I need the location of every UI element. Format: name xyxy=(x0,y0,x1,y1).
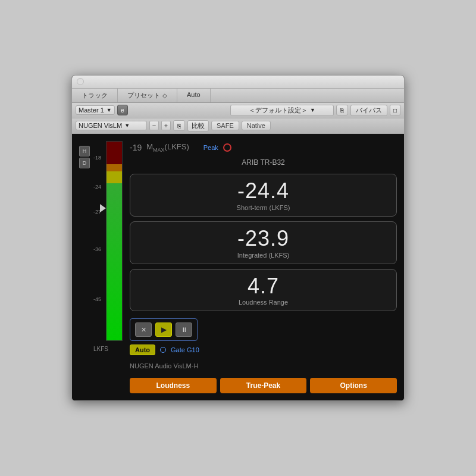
scale-minus45: -45 xyxy=(93,274,101,324)
short-term-value: -24.4 xyxy=(140,179,387,203)
scale-labels: -18 -24 -27 -36 -45 xyxy=(93,141,101,324)
master-select[interactable]: Master 1 ▼ xyxy=(76,105,115,115)
copy-icon[interactable]: ⎘ xyxy=(336,105,348,115)
loudness-tab[interactable]: Loudness xyxy=(130,378,217,393)
auto-button[interactable]: Auto xyxy=(130,345,155,355)
safe-button[interactable]: SAFE xyxy=(211,121,239,130)
controls-row2: NUGEN VisLM ▼ − + ⎘ 比較 SAFE Native xyxy=(72,118,404,134)
preset-arrow-icon: ◇ xyxy=(162,92,167,99)
meter-yellow-zone xyxy=(107,171,122,183)
short-term-display: -24.4 Short-term (LKFS) xyxy=(130,174,397,217)
integrated-value: -23.9 xyxy=(140,227,387,250)
gate-label: Gate G10 xyxy=(171,346,199,353)
transport-bracket: ✕ ▶ ⏸ xyxy=(130,318,198,341)
integrated-unit: Integrated (LKFS) xyxy=(140,252,387,259)
meter-green-zone xyxy=(107,183,122,340)
title-bar-dot xyxy=(77,78,84,85)
plus-button[interactable]: + xyxy=(161,121,171,130)
peak-label: Peak xyxy=(203,144,218,151)
stop-button[interactable]: ✕ xyxy=(135,322,152,337)
loudness-range-unit: Loudness Range xyxy=(140,299,387,306)
compare-button[interactable]: 比較 xyxy=(187,120,209,131)
bypass-button[interactable]: バイパス xyxy=(350,105,387,116)
right-section: -19 MMAX(LKFS) Peak ARIB TR-B32 -24.4 Sh… xyxy=(130,141,397,393)
loudness-range-value: 4.7 xyxy=(140,274,387,298)
meter-orange-zone xyxy=(107,164,122,171)
scale-minus36: -36 xyxy=(93,224,101,274)
options-tab[interactable]: Options xyxy=(310,378,397,393)
auto-gate-row: Auto Gate G10 xyxy=(130,345,397,355)
window-square-icon[interactable]: □ xyxy=(390,105,400,115)
gate-dot xyxy=(160,347,166,353)
plugin-dropdown-icon: ▼ xyxy=(124,123,130,129)
nav-track[interactable]: トラック xyxy=(72,89,118,102)
loudness-range-display: 4.7 Loudness Range xyxy=(130,269,397,312)
level-marker-arrow xyxy=(100,204,106,212)
title-bar xyxy=(72,76,404,89)
nav-preset[interactable]: プリセット ◇ xyxy=(118,89,177,102)
m-max-value: -19 xyxy=(130,143,142,152)
nav-auto[interactable]: Auto xyxy=(177,89,211,102)
meter-lkfs-label: LKFS xyxy=(93,346,108,352)
preset-dropdown-icon: ▼ xyxy=(310,107,315,113)
d-button[interactable]: D xyxy=(79,158,90,168)
transport-row: ✕ ▶ ⏸ xyxy=(130,318,397,341)
integrated-display: -23.9 Integrated (LKFS) xyxy=(130,221,397,264)
meter-bar-wrapper xyxy=(106,141,123,341)
plugin-body: H D -18 -24 -27 -36 -45 xyxy=(72,134,404,400)
top-nav: トラック プリセット ◇ Auto xyxy=(72,89,404,103)
meter-bars xyxy=(106,141,123,341)
pause-button[interactable]: ⏸ xyxy=(176,322,192,337)
m-max-row: -19 MMAX(LKFS) Peak xyxy=(130,141,397,154)
plugin-window: トラック プリセット ◇ Auto Master 1 ▼ e ＜デフォルト設定＞… xyxy=(71,75,405,401)
bottom-tabs: Loudness True-Peak Options xyxy=(130,378,397,393)
transport-section: ✕ ▶ ⏸ Auto Gate G10 xyxy=(130,318,397,355)
m-max-label: MMAX(LKFS) xyxy=(146,142,189,153)
preset-select[interactable]: ＜デフォルト設定＞ ▼ xyxy=(230,105,334,116)
minus-button[interactable]: − xyxy=(149,121,159,130)
peak-indicator xyxy=(223,143,231,152)
short-term-unit: Short-term (LKFS) xyxy=(140,204,387,211)
arib-label: ARIB TR-B32 xyxy=(130,158,397,167)
plugin-name-select[interactable]: NUGEN VisLM ▼ xyxy=(76,121,147,130)
scale-minus18: -18 xyxy=(93,141,101,174)
meter-red-zone xyxy=(107,141,122,164)
meter-side-buttons: H D xyxy=(79,146,90,168)
e-button[interactable]: e xyxy=(117,105,128,115)
scale-minus24: -24 xyxy=(93,174,101,199)
controls-row1: Master 1 ▼ e ＜デフォルト設定＞ ▼ ⎘ バイパス □ xyxy=(72,103,404,118)
meter-section: H D -18 -24 -27 -36 -45 xyxy=(79,141,123,393)
stop-icon: ✕ xyxy=(141,326,146,334)
pause-icon: ⏸ xyxy=(181,326,187,333)
play-button[interactable]: ▶ xyxy=(155,322,172,337)
h-button[interactable]: H xyxy=(79,146,90,156)
master-dropdown-icon: ▼ xyxy=(107,107,112,113)
native-button[interactable]: Native xyxy=(242,121,271,130)
copy2-icon[interactable]: ⎘ xyxy=(173,120,185,131)
play-icon: ▶ xyxy=(161,325,167,334)
nugen-label: NUGEN Audio VisLM-H xyxy=(130,362,397,369)
true-peak-tab[interactable]: True-Peak xyxy=(220,378,307,393)
meter-container: H D -18 -24 -27 -36 -45 xyxy=(79,141,123,341)
